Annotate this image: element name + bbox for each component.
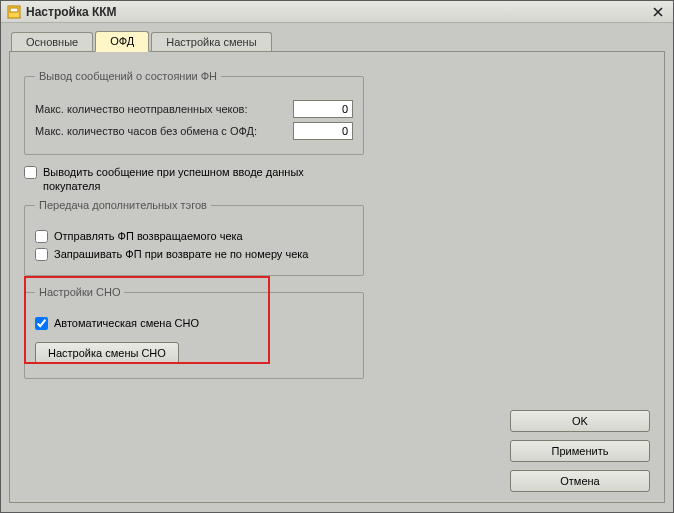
checkbox-success-msg[interactable] [24,166,37,179]
dialog-window: Настройка ККМ Основные ОФД Настройка сме… [0,0,674,513]
footer-buttons: OK Применить Отмена [510,410,650,492]
cancel-button[interactable]: Отмена [510,470,650,492]
group-tags-legend: Передача дополнительных тэгов [35,199,211,211]
button-sno-settings[interactable]: Настройка смены СНО [35,342,179,364]
input-max-unsent[interactable] [293,100,353,118]
checkbox-auto-sno[interactable] [35,317,48,330]
group-sno: Настройки СНО Автоматическая смена СНО Н… [24,286,364,379]
checkbox-fp-request[interactable] [35,248,48,261]
app-icon [7,5,21,19]
ok-button[interactable]: OK [510,410,650,432]
svg-rect-1 [10,8,18,12]
group-extra-tags: Передача дополнительных тэгов Отправлять… [24,199,364,276]
close-icon[interactable] [649,3,667,21]
titlebar: Настройка ККМ [1,1,673,23]
tab-main[interactable]: Основные [11,32,93,52]
label-max-hours: Макс. количество часов без обмена с ОФД: [35,125,287,137]
group-fn-status: Вывод сообщений о состоянии ФН Макс. кол… [24,70,364,155]
tabbar: Основные ОФД Настройка смены [11,29,665,52]
window-title: Настройка ККМ [26,5,649,19]
label-fp-return: Отправлять ФП возвращаемого чека [54,229,243,243]
checkbox-fp-return[interactable] [35,230,48,243]
group-sno-legend: Настройки СНО [35,286,124,298]
label-fp-request: Запрашивать ФП при возврате не по номеру… [54,247,308,261]
apply-button[interactable]: Применить [510,440,650,462]
label-success-msg: Выводить сообщение при успешном вводе да… [43,165,364,193]
input-max-hours[interactable] [293,122,353,140]
label-max-unsent: Макс. количество неотправленных чеков: [35,103,287,115]
client-area: Основные ОФД Настройка смены Вывод сообщ… [1,23,673,512]
label-auto-sno: Автоматическая смена СНО [54,316,199,330]
tab-ofd[interactable]: ОФД [95,31,149,52]
group-fn-legend: Вывод сообщений о состоянии ФН [35,70,221,82]
tab-shift[interactable]: Настройка смены [151,32,271,52]
tab-content: Вывод сообщений о состоянии ФН Макс. кол… [9,51,665,503]
